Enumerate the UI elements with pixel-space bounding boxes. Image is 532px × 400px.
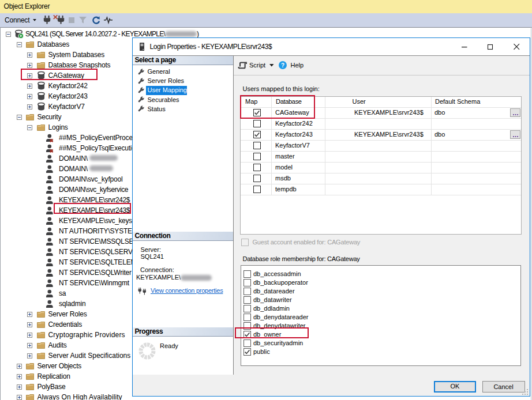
svg-text:?: ? xyxy=(281,62,284,69)
